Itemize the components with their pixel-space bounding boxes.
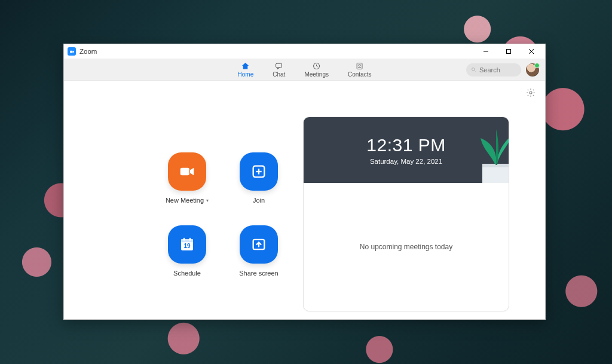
- titlebar: Zoom: [64, 44, 545, 59]
- search-box[interactable]: [466, 63, 521, 77]
- svg-rect-5: [276, 63, 282, 68]
- chevron-down-icon[interactable]: ▾: [206, 198, 209, 203]
- schedule-button[interactable]: 19 Schedule: [151, 225, 223, 277]
- maximize-button[interactable]: [497, 44, 520, 59]
- plus-icon: [240, 152, 278, 191]
- tab-meetings[interactable]: Meetings: [301, 59, 332, 80]
- action-label: New Meeting: [166, 197, 204, 204]
- clock-time: 12:31 PM: [366, 135, 445, 155]
- search-input[interactable]: [479, 66, 516, 74]
- svg-line-10: [475, 71, 476, 72]
- new-meeting-button[interactable]: New Meeting ▾: [151, 152, 223, 204]
- no-meetings-text: No upcoming meetings today: [360, 243, 452, 251]
- upcoming-panel: 12:31 PM Saturday, May 22, 2021 No upcom…: [303, 117, 509, 311]
- window-title: Zoom: [79, 48, 97, 55]
- svg-rect-18: [183, 238, 185, 241]
- share-icon: [240, 225, 278, 264]
- panel-header: 12:31 PM Saturday, May 22, 2021: [304, 117, 509, 183]
- svg-rect-0: [70, 50, 73, 53]
- settings-button[interactable]: [526, 88, 536, 97]
- svg-point-9: [472, 68, 474, 71]
- join-button[interactable]: Join: [223, 152, 295, 204]
- tab-label: Contacts: [348, 71, 371, 78]
- svg-text:19: 19: [183, 243, 191, 249]
- minimize-button[interactable]: [475, 44, 497, 59]
- app-window: Zoom Home Chat: [63, 44, 546, 320]
- clock-icon: [312, 62, 321, 71]
- action-label: Join: [253, 197, 265, 204]
- action-label: Schedule: [173, 270, 201, 277]
- search-icon: [471, 66, 476, 73]
- chat-icon: [274, 62, 283, 71]
- share-screen-button[interactable]: Share screen: [223, 225, 295, 277]
- tab-home[interactable]: Home: [234, 59, 258, 80]
- action-label: Share screen: [239, 270, 278, 277]
- svg-rect-19: [189, 238, 191, 241]
- contacts-icon: [355, 62, 364, 71]
- close-button[interactable]: [520, 44, 543, 59]
- app-icon: [68, 47, 76, 56]
- tabs: Home Chat Meetings Contacts: [234, 59, 375, 80]
- video-icon: [168, 152, 206, 191]
- tab-chat[interactable]: Chat: [269, 59, 289, 80]
- svg-point-8: [359, 65, 360, 66]
- content: New Meeting ▾ Join 19: [64, 81, 545, 319]
- svg-rect-2: [507, 50, 511, 54]
- plant-illustration: [454, 117, 509, 183]
- calendar-icon: 19: [168, 225, 206, 264]
- tab-label: Chat: [273, 71, 285, 78]
- avatar[interactable]: [526, 63, 539, 77]
- svg-rect-17: [181, 239, 193, 242]
- tab-label: Home: [238, 71, 254, 78]
- tab-contacts[interactable]: Contacts: [344, 59, 375, 80]
- panel-body: No upcoming meetings today: [304, 183, 509, 311]
- home-icon: [241, 62, 250, 71]
- clock-date: Saturday, May 22, 2021: [370, 158, 442, 165]
- toolbar: Home Chat Meetings Contacts: [64, 59, 545, 81]
- svg-rect-12: [180, 168, 189, 176]
- tab-label: Meetings: [304, 71, 329, 78]
- svg-point-11: [530, 91, 532, 94]
- action-grid: New Meeting ▾ Join 19: [151, 152, 295, 277]
